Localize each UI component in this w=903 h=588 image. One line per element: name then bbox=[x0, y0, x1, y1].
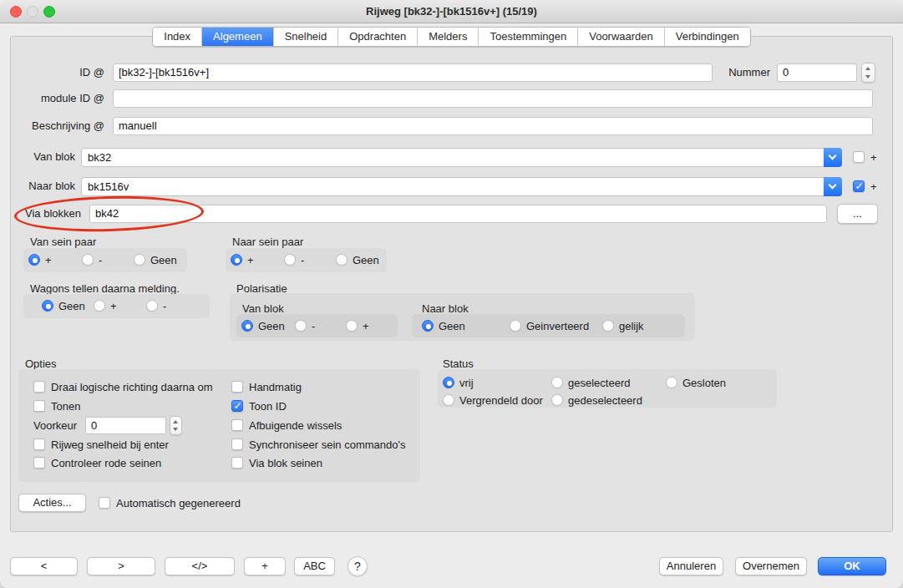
checkbox-draai-logische-richting[interactable]: Draai logische richting daarna om bbox=[33, 380, 213, 393]
dialog-window: Rijweg [bk32-]-[bk1516v+] (15/19) Index … bbox=[0, 0, 903, 588]
radio-wagons-plus[interactable]: + bbox=[94, 299, 117, 312]
van-blok-dropdown-button[interactable] bbox=[824, 148, 842, 167]
naar-sein-paar-label: Naar sein paar bbox=[232, 236, 303, 248]
chevron-down-icon bbox=[829, 181, 837, 190]
annuleren-button[interactable]: Annuleren bbox=[659, 557, 723, 575]
checkbox-toon-id[interactable]: Toon ID bbox=[231, 399, 287, 413]
radio-dot bbox=[94, 300, 105, 312]
checkbox-box bbox=[231, 438, 243, 450]
radio-dot bbox=[28, 254, 40, 266]
radio-polar-van-min[interactable]: - bbox=[295, 319, 315, 332]
radio-naar-sein-geen[interactable]: Geen bbox=[336, 253, 379, 266]
tab-verbindingen[interactable]: Verbindingen bbox=[664, 28, 750, 46]
checkbox-box bbox=[853, 151, 865, 163]
radio-status-vrij[interactable]: vrij bbox=[443, 376, 474, 389]
radio-polar-naar-gelijk[interactable]: gelijk bbox=[602, 319, 644, 332]
nummer-stepper[interactable] bbox=[861, 63, 875, 83]
chevron-down-icon bbox=[829, 152, 837, 160]
radio-status-gesloten[interactable]: Gesloten bbox=[666, 376, 726, 389]
title-bar: Rijweg [bk32-]-[bk1516v+] (15/19) bbox=[0, 0, 903, 23]
checkbox-box bbox=[231, 419, 243, 431]
tab-voorwaarden[interactable]: Voorwaarden bbox=[577, 28, 664, 46]
checkbox-controleer-rode-seinen[interactable]: Controleer rode seinen bbox=[33, 456, 161, 469]
id-input[interactable]: [bk32-]-[bk1516v+] bbox=[113, 63, 713, 82]
ok-button[interactable]: OK bbox=[818, 557, 886, 575]
checkbox-synchroniseer-sein[interactable]: Synchroniseer sein commando's bbox=[231, 438, 405, 451]
radio-van-sein-plus[interactable]: + bbox=[28, 253, 52, 266]
radio-dot bbox=[551, 394, 563, 406]
tab-melders[interactable]: Melders bbox=[417, 28, 478, 46]
checkbox-via-blok-seinen[interactable]: Via blok seinen bbox=[231, 456, 322, 469]
radio-dot bbox=[231, 254, 242, 266]
wagons-label: Wagons tellen daarna melding. bbox=[30, 282, 180, 295]
voorkeur-input[interactable]: 0 bbox=[85, 417, 166, 434]
tab-opdrachten[interactable]: Opdrachten bbox=[337, 28, 417, 46]
van-blok-combobox[interactable]: bk32 bbox=[81, 148, 842, 167]
checkbox-handmatig[interactable]: Handmatig bbox=[231, 380, 302, 393]
tab-toestemmingen[interactable]: Toestemmingen bbox=[478, 28, 577, 46]
radio-status-gedeselecteerd[interactable]: gedeselecteerd bbox=[551, 393, 642, 407]
naar-blok-dropdown-button[interactable] bbox=[824, 177, 842, 196]
radio-polar-naar-geinverteerd[interactable]: Geinverteerd bbox=[510, 319, 589, 332]
tab-segmented-control: Index Algemeen Snelheid Opdrachten Melde… bbox=[152, 27, 750, 47]
radio-van-sein-min[interactable]: - bbox=[82, 253, 102, 266]
radio-van-sein-geen[interactable]: Geen bbox=[134, 253, 177, 266]
radio-dot bbox=[422, 320, 434, 332]
code-button[interactable]: </> bbox=[165, 557, 235, 575]
voorkeur-label: Voorkeur bbox=[33, 417, 77, 435]
radio-status-vergrendeld-door[interactable]: Vergrendeld door bbox=[443, 393, 543, 407]
opties-label: Opties bbox=[25, 357, 57, 370]
voorkeur-stepper[interactable] bbox=[170, 416, 182, 435]
checkbox-box bbox=[33, 438, 45, 450]
beschrijving-input[interactable]: manuell bbox=[113, 117, 873, 135]
radio-wagons-min[interactable]: - bbox=[146, 299, 166, 312]
beschrijving-label: Beschrijving @ bbox=[17, 117, 104, 135]
radio-dot bbox=[241, 320, 253, 332]
checkbox-box bbox=[33, 400, 45, 412]
radio-naar-sein-plus[interactable]: + bbox=[231, 253, 254, 266]
radio-polar-naar-geen[interactable]: Geen bbox=[422, 319, 465, 332]
naar-blok-value: bk1516v bbox=[88, 180, 129, 193]
radio-wagons-geen[interactable]: Geen bbox=[42, 299, 85, 312]
module-id-label: module ID @ bbox=[17, 89, 104, 108]
add-button[interactable]: + bbox=[244, 557, 286, 575]
tab-bar: Index Algemeen Snelheid Opdrachten Melde… bbox=[0, 27, 903, 47]
checkbox-box bbox=[33, 381, 45, 393]
naar-blok-combobox[interactable]: bk1516v bbox=[81, 177, 842, 196]
help-button[interactable]: ? bbox=[348, 556, 368, 576]
acties-button[interactable]: Acties... bbox=[18, 494, 86, 512]
radio-status-geselecteerd[interactable]: geselecteerd bbox=[551, 376, 630, 389]
tab-snelheid[interactable]: Snelheid bbox=[273, 28, 338, 46]
checkbox-automatisch-gegenereerd[interactable]: Automatisch gegenereerd bbox=[99, 496, 241, 509]
radio-dot bbox=[82, 254, 94, 266]
nummer-label: Nummer bbox=[710, 63, 770, 82]
polarisatie-naar-blok-label: Naar blok bbox=[422, 302, 469, 315]
radio-naar-sein-min[interactable]: - bbox=[284, 253, 304, 266]
radio-dot bbox=[146, 300, 158, 312]
naar-blok-plus-checkbox[interactable]: + bbox=[853, 180, 877, 193]
radio-dot bbox=[443, 394, 454, 406]
status-label: Status bbox=[443, 357, 474, 370]
abc-button[interactable]: ABC bbox=[294, 557, 335, 575]
tab-index[interactable]: Index bbox=[153, 28, 201, 46]
nummer-input[interactable]: 0 bbox=[777, 63, 857, 82]
prev-button[interactable]: < bbox=[10, 557, 78, 575]
checkbox-box bbox=[33, 457, 45, 469]
checkbox-afbuigende-wissels[interactable]: Afbuigende wissels bbox=[231, 418, 342, 432]
radio-dot bbox=[336, 254, 348, 266]
module-id-input[interactable] bbox=[113, 89, 873, 108]
radio-polar-van-geen[interactable]: Geen bbox=[241, 319, 285, 332]
tab-algemeen[interactable]: Algemeen bbox=[201, 28, 273, 46]
van-sein-paar-label: Van sein paar bbox=[30, 236, 96, 248]
checkbox-rijweg-snelheid[interactable]: Rijweg snelheid bij enter bbox=[33, 438, 169, 451]
radio-polar-van-plus[interactable]: + bbox=[346, 319, 369, 332]
radio-dot bbox=[443, 377, 454, 388]
via-blokken-browse-button[interactable]: ... bbox=[837, 204, 878, 224]
van-blok-plus-checkbox[interactable]: + bbox=[853, 150, 877, 164]
checkbox-tonen[interactable]: Tonen bbox=[33, 399, 80, 413]
van-blok-value: bk32 bbox=[88, 151, 111, 164]
radio-dot bbox=[42, 300, 53, 312]
overnemen-button[interactable]: Overnemen bbox=[735, 557, 807, 575]
checkbox-box bbox=[231, 400, 243, 412]
next-button[interactable]: > bbox=[87, 557, 155, 575]
